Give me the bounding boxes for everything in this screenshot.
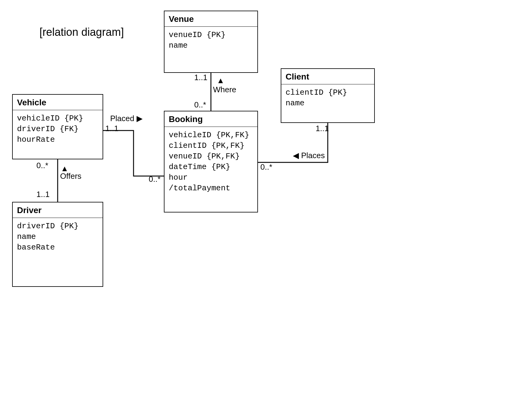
entity-client-attr-1: name [286,98,370,109]
arrow-up-icon-2: ▲ [217,76,225,85]
relation-offers-m2: 1..1 [36,190,49,199]
entity-venue-attrs: venueID {PK} name [164,27,257,54]
relation-placed-m1: 1..1 [105,124,118,133]
relation-offers-label: Offers [60,171,81,181]
entity-client: Client clientID {PK} name [281,68,375,123]
entity-driver-attrs: driverID {PK} name baseRate [13,218,103,256]
entity-vehicle: Vehicle vehicleID {PK} driverID {FK} hou… [12,94,103,159]
relation-offers-m1: 0..* [36,161,48,170]
entity-driver: Driver driverID {PK} name baseRate [12,202,103,287]
entity-venue-name: Venue [164,11,257,27]
entity-client-name: Client [281,69,374,84]
entity-booking-attr-5: /totalPayment [169,183,253,194]
entity-vehicle-attrs: vehicleID {PK} driverID {FK} hourRate [13,110,103,148]
entity-venue-attr-0: venueID {PK} [169,30,253,40]
relation-places-m1: 0..* [260,162,272,172]
entity-client-attr-0: clientID {PK} [286,87,370,98]
entity-booking-attr-3: dateTime {PK} [169,162,253,172]
relation-places-m2: 1..1 [316,124,329,133]
relation-placed-label: Placed ▶ [110,114,143,123]
entity-booking-attr-4: hour [169,172,253,183]
relation-places-label: ◀ Places [293,151,325,160]
entity-vehicle-attr-2: hourRate [17,134,98,145]
entity-booking-attr-1: clientID {PK,FK} [169,141,253,151]
entity-vehicle-attr-1: driverID {FK} [17,124,98,134]
entity-booking-attr-2: venueID {PK,FK} [169,151,253,162]
arrow-left-icon: ◀ [293,151,299,160]
entity-driver-attr-0: driverID {PK} [17,221,98,232]
diagram-canvas: [relation diagram] Vehicle vehicleID {PK… [0,0,532,404]
entity-driver-attr-2: baseRate [17,242,98,253]
diagram-title: [relation diagram] [39,26,124,39]
arrow-right-icon: ▶ [137,114,143,123]
entity-booking-name: Booking [164,111,257,127]
relation-where-label: Where [213,85,236,94]
entity-venue: Venue venueID {PK} name [164,11,258,73]
entity-booking: Booking vehicleID {PK,FK} clientID {PK,F… [164,111,258,212]
entity-vehicle-name: Vehicle [13,95,103,110]
entity-booking-attr-0: vehicleID {PK,FK} [169,130,253,141]
relation-placed-m2: 0..* [149,175,161,184]
entity-driver-attr-1: name [17,232,98,242]
relation-where-m1: 1..1 [194,73,207,82]
entity-venue-attr-1: name [169,40,253,51]
relation-where-m2: 0..* [194,100,206,110]
entity-vehicle-attr-0: vehicleID {PK} [17,113,98,124]
entity-booking-attrs: vehicleID {PK,FK} clientID {PK,FK} venue… [164,127,257,197]
entity-client-attrs: clientID {PK} name [281,84,374,112]
entity-driver-name: Driver [13,202,103,218]
